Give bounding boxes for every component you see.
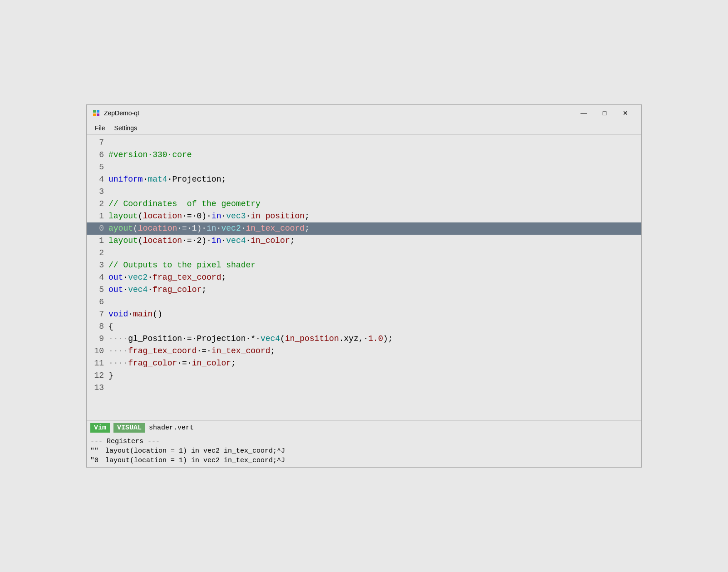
editor-area[interactable]: 76#version·330·core54uniform·mat4·Projec…: [87, 135, 641, 420]
menu-file[interactable]: File: [90, 123, 110, 133]
svg-rect-2: [93, 113, 96, 116]
code-line: 8{: [87, 321, 641, 333]
line-content: ····frag_tex_coord·=·in_tex_coord;: [108, 345, 638, 357]
line-number: 4: [90, 173, 104, 186]
register-key-0: "": [90, 446, 101, 456]
line-content: ····frag_color·=·in_color;: [108, 357, 638, 370]
code-line: 5out·vec4·frag_color;: [87, 284, 641, 296]
line-number: 10: [90, 345, 104, 357]
code-line: 2: [87, 247, 641, 259]
code-line: 4out·vec2·frag_tex_coord;: [87, 271, 641, 284]
code-line: 12}: [87, 370, 641, 382]
menu-settings[interactable]: Settings: [110, 123, 142, 133]
svg-rect-1: [97, 110, 99, 113]
close-button[interactable]: ✕: [615, 105, 636, 121]
main-window: ZepDemo-qt — □ ✕ File Settings 76#versio…: [86, 104, 642, 468]
code-line: 5: [87, 161, 641, 173]
code-container: 76#version·330·core54uniform·mat4·Projec…: [87, 135, 641, 396]
code-line: 6#version·330·core: [87, 149, 641, 161]
line-number: 1: [90, 210, 104, 222]
line-content: }: [108, 370, 638, 382]
line-number: 5: [90, 284, 104, 296]
line-content: // Coordinates of the geometry: [108, 198, 638, 210]
line-content: out·vec4·frag_color;: [108, 284, 638, 296]
line-number: 11: [90, 357, 104, 370]
line-number: 9: [90, 333, 104, 345]
window-controls: — □ ✕: [573, 105, 636, 121]
register-item-1: "0 layout(location = 1) in vec2 in_tex_c…: [90, 456, 638, 465]
register-value-1: layout(location = 1) in vec2 in_tex_coor…: [105, 457, 285, 464]
title-bar: ZepDemo-qt — □ ✕: [87, 105, 641, 121]
line-number: 7: [90, 137, 104, 149]
code-line: 3// Outputs to the pixel shader: [87, 259, 641, 271]
line-content: // Outputs to the pixel shader: [108, 259, 638, 271]
status-bar: Vim VISUAL shader.vert: [87, 420, 641, 435]
line-number: 3: [90, 186, 104, 198]
vim-mode-label: Vim: [90, 423, 110, 433]
line-content: #version·330·core: [108, 149, 638, 161]
line-content: ayout(location·=·1)·in·vec2·in_tex_coord…: [108, 222, 638, 235]
line-number: 13: [90, 382, 104, 394]
code-line: 2// Coordinates of the geometry: [87, 198, 641, 210]
line-content: void·main(): [108, 308, 638, 321]
code-line: 9····gl_Position·=·Projection·*·vec4(in_…: [87, 333, 641, 345]
line-number: 6: [90, 149, 104, 161]
code-line: 10····frag_tex_coord·=·in_tex_coord;: [87, 345, 641, 357]
register-value-0: layout(location = 1) in vec2 in_tex_coor…: [105, 447, 285, 455]
line-content: out·vec2·frag_tex_coord;: [108, 271, 638, 284]
code-line: 7: [87, 137, 641, 149]
line-content: layout(location·=·2)·in·vec4·in_color;: [108, 235, 638, 247]
line-number: 8: [90, 321, 104, 333]
line-content: layout(location·=·0)·in·vec3·in_position…: [108, 210, 638, 222]
svg-rect-0: [93, 110, 96, 113]
line-number: 12: [90, 370, 104, 382]
vim-visual-label: VISUAL: [113, 423, 145, 433]
line-number: 7: [90, 308, 104, 321]
line-content: {: [108, 321, 638, 333]
line-number: 2: [90, 247, 104, 259]
code-line: 11····frag_color·=·in_color;: [87, 357, 641, 370]
minimize-button[interactable]: —: [573, 105, 594, 121]
registers-header: --- Registers ---: [90, 437, 638, 446]
code-line: 0ayout(location·=·1)·in·vec2·in_tex_coor…: [87, 222, 641, 235]
line-number: 0: [90, 222, 104, 235]
code-line: 3: [87, 186, 641, 198]
register-key-1: "0: [90, 456, 101, 465]
line-number: 4: [90, 271, 104, 284]
code-line: 6: [87, 296, 641, 308]
code-line: 7void·main(): [87, 308, 641, 321]
register-item-0: "" layout(location = 1) in vec2 in_tex_c…: [90, 446, 638, 456]
line-number: 6: [90, 296, 104, 308]
code-line: 4uniform·mat4·Projection;: [87, 173, 641, 186]
maximize-button[interactable]: □: [594, 105, 615, 121]
code-line: 1layout(location·=·2)·in·vec4·in_color;: [87, 235, 641, 247]
menu-bar: File Settings: [87, 121, 641, 135]
app-icon: [92, 109, 100, 117]
code-line: 1layout(location·=·0)·in·vec3·in_positio…: [87, 210, 641, 222]
line-content: uniform·mat4·Projection;: [108, 173, 638, 186]
line-number: 3: [90, 259, 104, 271]
window-title: ZepDemo-qt: [104, 109, 573, 117]
code-line: 13: [87, 382, 641, 394]
registers-area: --- Registers --- "" layout(location = 1…: [87, 435, 641, 467]
line-number: 5: [90, 161, 104, 173]
line-number: 2: [90, 198, 104, 210]
line-number: 1: [90, 235, 104, 247]
line-content: ····gl_Position·=·Projection·*·vec4(in_p…: [108, 333, 638, 345]
editor-filename: shader.vert: [149, 424, 194, 432]
svg-rect-3: [97, 113, 99, 116]
